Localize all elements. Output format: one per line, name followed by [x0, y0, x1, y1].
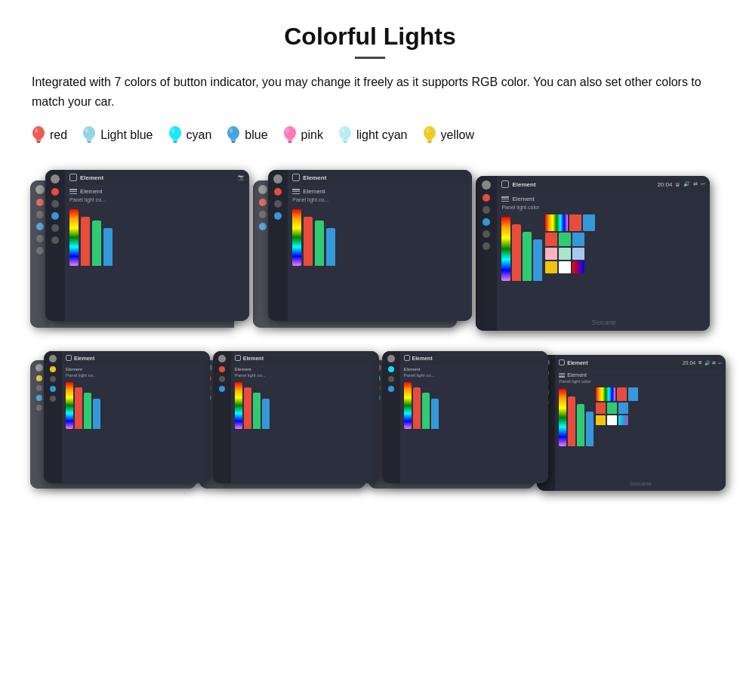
svg-point-12 — [227, 126, 239, 140]
color-label-cyan: cyan — [187, 128, 212, 142]
screen-group-6: Element Element Panel light co... — [368, 351, 535, 495]
screen-group-2: Element Element Panel l — [253, 170, 472, 336]
svg-rect-25 — [427, 139, 432, 141]
color-label-pink: pink — [301, 128, 323, 142]
svg-rect-17 — [287, 139, 292, 141]
screen-group-5: Element Element Panel light co... — [199, 351, 365, 495]
screen-front-1: Element 📷 — [45, 170, 249, 321]
svg-point-20 — [339, 126, 351, 140]
watermark-top: Seicane — [591, 319, 616, 326]
bulb-icon-lightblue — [81, 125, 97, 146]
color-label-red: red — [50, 128, 67, 142]
screen-single-bottom: Element 20:04 🖥 🔊 ⇄ ↩ — [537, 355, 726, 491]
svg-rect-10 — [173, 141, 177, 143]
page-wrapper: Colorful Lights Integrated with 7 colors… — [0, 0, 740, 517]
svg-point-15 — [230, 128, 233, 133]
svg-rect-22 — [343, 141, 347, 143]
screen-group-7: Element 20:04 🖥 🔊 ⇄ ↩ — [537, 351, 710, 495]
color-item-cyan: cyan — [167, 125, 212, 146]
svg-point-11 — [171, 128, 174, 133]
svg-rect-5 — [87, 139, 92, 141]
color-item-blue: blue — [225, 125, 267, 146]
svg-rect-1 — [36, 139, 42, 141]
svg-point-23 — [341, 128, 344, 133]
svg-rect-9 — [172, 139, 177, 141]
watermark-bottom: Seicane — [630, 480, 652, 487]
svg-rect-2 — [37, 141, 41, 143]
screen-front-4: Element Element Panel light co... — [44, 351, 210, 483]
screen-front-6: Element Element Panel light co... — [382, 351, 548, 483]
screens-top-row: Element 📷 — [30, 162, 710, 336]
color-label-lightcyan: light cyan — [356, 128, 408, 142]
screen-group-3: Element 20:04 🖥 🔊 ⇄ ↩ — [476, 170, 710, 336]
svg-rect-14 — [232, 141, 236, 143]
title-divider — [355, 57, 385, 59]
page-title: Colorful Lights — [30, 23, 710, 51]
svg-rect-18 — [288, 141, 291, 143]
screens-bottom-row: Element Element Panel light co... — [30, 344, 710, 495]
svg-point-8 — [169, 126, 181, 140]
svg-point-16 — [284, 126, 296, 140]
page-description: Integrated with 7 colors of button indic… — [30, 72, 710, 111]
svg-rect-26 — [427, 141, 431, 143]
svg-point-0 — [32, 126, 45, 140]
color-item-pink: pink — [282, 125, 323, 146]
screen-group-4: Element Element Panel light co... — [30, 351, 196, 495]
svg-point-3 — [35, 128, 38, 133]
color-label-yellow: yellow — [441, 128, 474, 142]
color-item-yellow: yellow — [421, 125, 474, 146]
svg-rect-21 — [342, 139, 347, 141]
svg-point-24 — [424, 126, 436, 140]
color-label-lightblue: Light blue — [100, 128, 153, 142]
screen-single-top: Element 20:04 🖥 🔊 ⇄ ↩ — [476, 176, 710, 331]
bulb-icon-lightcyan — [337, 125, 353, 146]
svg-rect-6 — [88, 141, 91, 143]
svg-point-27 — [426, 128, 429, 133]
screen-front-2: Element Element Panel l — [268, 170, 472, 321]
screen-group-1: Element 📷 — [30, 170, 249, 336]
svg-point-4 — [83, 126, 95, 140]
bulb-icon-yellow — [421, 125, 438, 146]
color-item-lightblue: Light blue — [81, 125, 153, 146]
svg-point-19 — [286, 128, 289, 133]
screen-front-5: Element Element Panel light co... — [213, 351, 379, 483]
bulb-icon-cyan — [167, 125, 183, 146]
bulb-icon-pink — [282, 125, 298, 146]
bulb-icon-blue — [225, 125, 242, 146]
svg-rect-13 — [231, 139, 236, 141]
color-label-blue: blue — [245, 128, 267, 142]
color-row: red Light blue cyan — [30, 125, 710, 146]
color-item-lightcyan: light cyan — [337, 125, 408, 146]
svg-point-7 — [85, 128, 88, 133]
color-item-red: red — [30, 125, 67, 146]
bulb-icon-red — [30, 125, 47, 146]
